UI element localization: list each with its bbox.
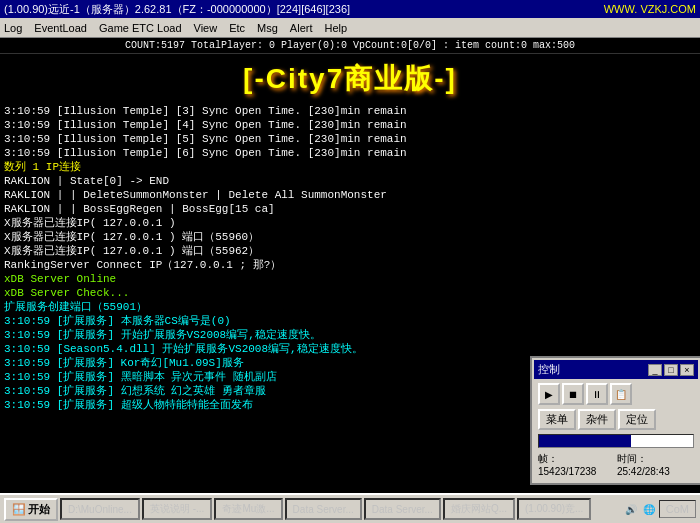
log-line-1: 3:10:59 [Illusion Temple] [4] Sync Open … bbox=[4, 118, 696, 132]
menu-etc[interactable]: Etc bbox=[229, 22, 245, 34]
menu-eventload[interactable]: EventLoad bbox=[34, 22, 87, 34]
log-line-9: X服务器已连接IP( 127.0.0.1 ) 端口（55960） bbox=[4, 230, 696, 244]
log-line-7: RAKLION | | BossEggRegen | BossEgg[15 ca… bbox=[4, 202, 696, 216]
log-line-6: RAKLION | | DeleteSummonMonster | Delete… bbox=[4, 188, 696, 202]
log-line-2: 3:10:59 [Illusion Temple] [5] Sync Open … bbox=[4, 132, 696, 146]
server-title: [-City7商业版-] bbox=[0, 60, 700, 98]
pause-icon[interactable]: ⏸ bbox=[586, 383, 608, 405]
control-icon-row: ▶ ⏹ ⏸ 📋 bbox=[538, 383, 694, 405]
tray-icon-2: 🌐 bbox=[641, 501, 657, 517]
taskbar-item-1[interactable]: D:\MuOnline... bbox=[60, 498, 140, 520]
log-line-17: 3:10:59 [Season5.4.dll] 开始扩展服务VS2008编写,稳… bbox=[4, 342, 696, 356]
menu-log[interactable]: Log bbox=[4, 22, 22, 34]
minimize-button[interactable]: _ bbox=[648, 364, 662, 376]
log-line-12: xDB Server Online bbox=[4, 272, 696, 286]
log-line-16: 3:10:59 [扩展服务] 开始扩展服务VS2008编写,稳定速度快。 bbox=[4, 328, 696, 342]
log-line-10: X服务器已连接IP( 127.0.0.1 ) 端口（55962） bbox=[4, 244, 696, 258]
stats-text: COUNT:5197 TotalPlayer: 0 Player(0):0 Vp… bbox=[125, 40, 575, 51]
taskbar-item-7[interactable]: (1.00.90)竞... bbox=[517, 498, 591, 520]
log-line-8: X服务器已连接IP( 127.0.0.1 ) bbox=[4, 216, 696, 230]
menu-view[interactable]: View bbox=[194, 22, 218, 34]
panel-title: 控制 bbox=[538, 362, 560, 377]
website-badge: WWW. VZKJ.COM bbox=[604, 3, 696, 15]
status-line: 帧：15423/17238 时间：25:42/28:43 bbox=[538, 452, 694, 477]
log-line-4: 数列 1 IP连接 bbox=[4, 160, 696, 174]
log-line-0: 3:10:59 [Illusion Temple] [3] Sync Open … bbox=[4, 104, 696, 118]
log-line-3: 3:10:59 [Illusion Temple] [6] Sync Open … bbox=[4, 146, 696, 160]
panel-window-buttons: _ □ × bbox=[648, 364, 694, 376]
control-menu-row: 菜单 杂件 定位 bbox=[538, 409, 694, 430]
taskbar-item-6[interactable]: 婚庆网站Q... bbox=[443, 498, 515, 520]
panel-title-bar: 控制 _ □ × bbox=[534, 360, 698, 379]
taskbar-item-3[interactable]: 奇迹Mu激... bbox=[214, 498, 282, 520]
panel-body: ▶ ⏹ ⏸ 📋 菜单 杂件 定位 帧：15423/17238 时间：25:42/… bbox=[534, 379, 698, 481]
title-bar: (1.00.90)远近-1（服务器）2.62.81（FZ：-000000000）… bbox=[0, 0, 700, 18]
locate-button[interactable]: 定位 bbox=[618, 409, 656, 430]
taskbar: 🪟 开始 D:\MuOnline... 英说说明 -... 奇迹Mu激... D… bbox=[0, 493, 700, 523]
log-line-15: 3:10:59 [扩展服务] 本服务器CS编号是(0) bbox=[4, 314, 696, 328]
menu-msg[interactable]: Msg bbox=[257, 22, 278, 34]
misc-button[interactable]: 杂件 bbox=[578, 409, 616, 430]
maximize-button[interactable]: □ bbox=[664, 364, 678, 376]
log-line-11: RankingServer Connect IP（127.0.0.1 ; 那?） bbox=[4, 258, 696, 272]
progress-fill bbox=[539, 435, 631, 447]
stats-bar: COUNT:5197 TotalPlayer: 0 Player(0):0 Vp… bbox=[0, 38, 700, 54]
tray-icon-1: 🔊 bbox=[623, 501, 639, 517]
stop-icon[interactable]: ⏹ bbox=[562, 383, 584, 405]
time-status: 时间：25:42/28:43 bbox=[617, 452, 694, 477]
menu-bar: Log EventLoad Game ETC Load View Etc Msg… bbox=[0, 18, 700, 38]
close-button[interactable]: × bbox=[680, 364, 694, 376]
system-tray: 🔊 🌐 CoM bbox=[623, 500, 696, 518]
window-title: (1.00.90)远近-1（服务器）2.62.81（FZ：-000000000）… bbox=[4, 2, 350, 17]
log-line-5: RAKLION | State[0] -> END bbox=[4, 174, 696, 188]
taskbar-item-5[interactable]: Data Server... bbox=[364, 498, 441, 520]
main-title-area: [-City7商业版-] bbox=[0, 54, 700, 102]
start-label: 开始 bbox=[28, 502, 50, 517]
progress-bar-container bbox=[538, 434, 694, 448]
taskbar-clock: CoM bbox=[659, 500, 696, 518]
start-icon: 🪟 bbox=[12, 503, 26, 516]
taskbar-item-2[interactable]: 英说说明 -... bbox=[142, 498, 212, 520]
menu-alert[interactable]: Alert bbox=[290, 22, 313, 34]
menu-game-etc-load[interactable]: Game ETC Load bbox=[99, 22, 182, 34]
control-panel: 控制 _ □ × ▶ ⏹ ⏸ 📋 菜单 杂件 定位 帧：15423/17238 … bbox=[530, 356, 700, 485]
menu-help[interactable]: Help bbox=[324, 22, 347, 34]
log-icon[interactable]: 📋 bbox=[610, 383, 632, 405]
log-line-14: 扩展服务创建端口（55901） bbox=[4, 300, 696, 314]
log-line-13: xDB Server Check... bbox=[4, 286, 696, 300]
play-icon[interactable]: ▶ bbox=[538, 383, 560, 405]
menu-button[interactable]: 菜单 bbox=[538, 409, 576, 430]
start-button[interactable]: 🪟 开始 bbox=[4, 498, 58, 521]
taskbar-item-4[interactable]: Data Server... bbox=[285, 498, 362, 520]
frame-status: 帧：15423/17238 bbox=[538, 452, 611, 477]
